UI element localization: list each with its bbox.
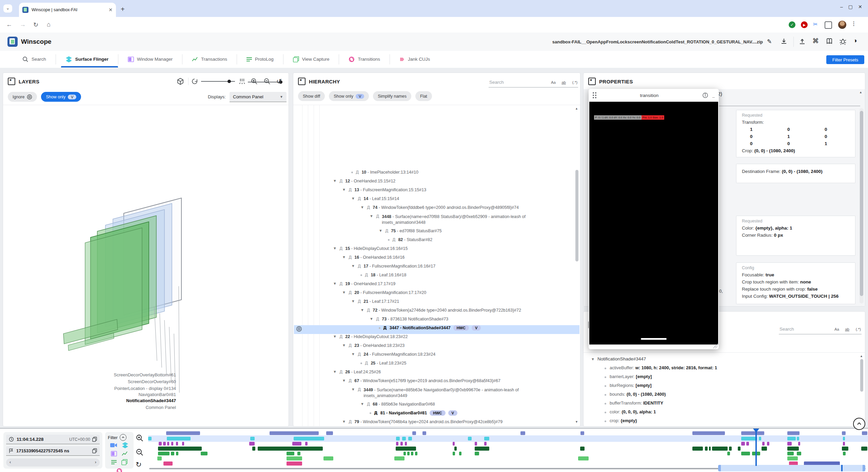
trace-segment-window-manager[interactable] bbox=[292, 442, 301, 446]
pin-icon[interactable]: Д bbox=[365, 273, 368, 277]
trace-segment-protolog[interactable] bbox=[176, 452, 178, 455]
trace-segment-screen-recording[interactable] bbox=[741, 431, 764, 435]
trace-segment-protolog[interactable] bbox=[158, 452, 170, 455]
trace-segment-window-manager[interactable] bbox=[163, 442, 166, 446]
trace-segment-transactions[interactable] bbox=[705, 447, 708, 451]
tree-node-72[interactable]: ▼Д72 - WindowToken{a2746de type=2040 and… bbox=[360, 308, 521, 313]
layer-label[interactable]: PointerLocation - display 0#134 bbox=[44, 386, 176, 391]
reset-view-icon[interactable]: ↺ bbox=[276, 77, 282, 85]
upload-icon[interactable] bbox=[799, 38, 806, 45]
pin-icon[interactable]: Д bbox=[349, 188, 352, 192]
timeline-cursor-head[interactable] bbox=[753, 429, 759, 433]
tree-node-73[interactable]: ▼Д73 - 8736138 NotificationShade#73 bbox=[370, 317, 448, 321]
tree-node-23[interactable]: ▼Д23 - OneHanded:18:23#23 bbox=[342, 343, 405, 348]
pin-icon[interactable]: Д bbox=[392, 237, 395, 242]
tree-node-18[interactable]: Д18 - Leaf:16:16#18 bbox=[360, 273, 406, 277]
trace-segment-window-manager[interactable] bbox=[171, 442, 173, 446]
trace-segment-screen-recording[interactable] bbox=[692, 431, 725, 435]
trace-segment-surface-flinger[interactable] bbox=[148, 437, 152, 440]
hierarchy-simplify-names-button[interactable]: Simplify names bbox=[373, 91, 411, 101]
tree-node-15[interactable]: ▼Д15 - HideDisplayCutout:16:16#15 bbox=[333, 246, 408, 251]
trace-segment-surface-flinger[interactable] bbox=[408, 437, 412, 440]
trace-segment-surface-flinger[interactable] bbox=[759, 437, 761, 440]
trace-segment-protolog[interactable] bbox=[403, 452, 406, 455]
pin-icon[interactable]: Д bbox=[349, 290, 352, 295]
trace-segment-window-manager[interactable] bbox=[453, 442, 455, 446]
hierarchy-show-only-button[interactable]: Show onlyV bbox=[329, 91, 369, 101]
trace-segment-surface-flinger[interactable] bbox=[294, 437, 324, 440]
trace-segment-view-capture[interactable] bbox=[394, 456, 405, 460]
property-bounds[interactable]: bounds: (0, 0) - (1080, 2400) bbox=[605, 392, 666, 397]
pin-icon[interactable]: Д bbox=[365, 361, 368, 366]
property-blurRegions[interactable]: blurRegions: [empty] bbox=[605, 383, 652, 388]
tree-node-14[interactable]: ▼Д14 - Leaf:15:15#14 bbox=[351, 196, 399, 201]
minimap-window[interactable] bbox=[718, 465, 865, 471]
trace-segment-surface-flinger[interactable] bbox=[787, 437, 796, 440]
pin-icon[interactable]: Д bbox=[383, 326, 387, 330]
new-tab-button[interactable]: + bbox=[121, 5, 125, 13]
trace-segment-protolog[interactable] bbox=[297, 452, 300, 455]
trace-segment-transactions[interactable] bbox=[158, 447, 202, 451]
tab-search-chevron-icon[interactable]: ⌄ bbox=[3, 4, 12, 13]
tree-node-26[interactable]: ▼Д26 - Leaf:24:25#26 bbox=[333, 370, 381, 374]
back-icon[interactable]: ← bbox=[6, 21, 12, 28]
layer-label[interactable]: ScreenDecorOverlayBottom#61 bbox=[44, 372, 176, 377]
spiral-trace-icon[interactable] bbox=[116, 468, 122, 472]
tab-transactions[interactable]: Transactions bbox=[183, 57, 236, 62]
pin-icon[interactable]: Д bbox=[358, 299, 361, 304]
pin-icon[interactable]: Д bbox=[349, 255, 352, 260]
scroll-up-icon[interactable]: ▲ bbox=[859, 91, 862, 94]
trace-segment-protolog[interactable] bbox=[741, 452, 750, 455]
pin-icon[interactable]: Д bbox=[339, 370, 342, 374]
trace-segment-transactions[interactable] bbox=[396, 447, 416, 451]
tab-search[interactable]: Search bbox=[14, 56, 55, 62]
layer-label[interactable]: Common Panel bbox=[44, 405, 176, 410]
property-activeBuffer[interactable]: activeBuffer: w: 1080, h: 2400, stride: … bbox=[605, 365, 717, 370]
trace-segment-window-manager[interactable] bbox=[762, 442, 765, 446]
trace-segment-screen-recording[interactable] bbox=[520, 431, 525, 435]
report-bug-icon[interactable] bbox=[840, 38, 846, 45]
theme-toggle-icon[interactable]: ◑ bbox=[853, 37, 857, 44]
pin-icon[interactable]: Д bbox=[376, 214, 379, 219]
tree-node-75[interactable]: ▼Д75 - ed70f88 StatusBar#75 bbox=[379, 229, 442, 233]
match-case-icon[interactable]: Aa bbox=[551, 80, 556, 84]
pin-icon[interactable]: Д bbox=[367, 402, 370, 407]
frames-trace-icon[interactable] bbox=[121, 459, 127, 465]
tree-node-82[interactable]: Д82 - StatusBar#82 bbox=[388, 237, 432, 242]
trace-segment-protolog[interactable] bbox=[411, 452, 413, 455]
tree-node-3448[interactable]: ▼Д3448 - Surface(name=ed70f88 StatusBar)… bbox=[370, 214, 561, 225]
match-case-icon[interactable]: Aa bbox=[834, 327, 839, 331]
pin-icon[interactable]: Д bbox=[349, 419, 352, 424]
tree-node-3447[interactable]: Д3447 - NotificationShade#3447HWCV bbox=[379, 326, 481, 330]
properties-search-input[interactable]: Search Aa ab (.*) bbox=[779, 324, 862, 334]
tree-node-16[interactable]: ▼Д16 - OneHanded:16:16#16 bbox=[342, 255, 405, 260]
layers-3d-canvas[interactable]: ScreenDecorOverlayBottom#61ScreenDecorOv… bbox=[3, 105, 289, 426]
trace-segment-surface-flinger[interactable] bbox=[468, 437, 472, 440]
tree-node-24[interactable]: ▼Д24 - FullscreenMagnification:18:23#24 bbox=[351, 352, 435, 357]
layers-trace-icon[interactable] bbox=[122, 442, 129, 448]
trace-segment-window-manager[interactable] bbox=[405, 442, 407, 446]
chevron-down-icon[interactable]: ▼ bbox=[591, 357, 595, 361]
hierarchy-search-input[interactable]: Search Aa ab (.*) bbox=[489, 78, 578, 87]
timeline-zoom-out-icon[interactable] bbox=[136, 448, 144, 456]
tree-node-68[interactable]: ▼Д68 - 885b63e NavigationBar0#68 bbox=[360, 402, 435, 407]
trace-segment-view-capture[interactable] bbox=[578, 456, 589, 460]
pin-icon[interactable]: Д bbox=[358, 352, 361, 357]
trace-segment-surface-flinger[interactable] bbox=[402, 437, 406, 440]
trace-segment-transactions[interactable] bbox=[712, 447, 728, 451]
visibility-eye-icon[interactable] bbox=[296, 326, 302, 332]
trace-segment-screen-recording[interactable] bbox=[412, 431, 416, 435]
trace-segment-transactions[interactable] bbox=[842, 447, 848, 451]
trace-segment-transactions[interactable] bbox=[729, 447, 732, 451]
list-trace-icon[interactable] bbox=[111, 459, 117, 465]
tree-node-17[interactable]: ▼Д17 - FullscreenMagnification:16:16#17 bbox=[351, 264, 435, 269]
next-frame-icon[interactable]: › bbox=[95, 459, 96, 465]
trace-segment-window-manager[interactable] bbox=[182, 442, 184, 446]
prev-frame-icon[interactable]: ‹ bbox=[9, 459, 11, 465]
pin-icon[interactable]: Д bbox=[367, 308, 370, 313]
pin-icon[interactable]: Д bbox=[339, 281, 342, 286]
scroll-up-icon[interactable]: ▲ bbox=[575, 107, 578, 110]
trace-segment-protolog[interactable] bbox=[727, 452, 730, 455]
resize-handle[interactable] bbox=[713, 343, 718, 348]
rotation-slider[interactable] bbox=[201, 81, 235, 82]
